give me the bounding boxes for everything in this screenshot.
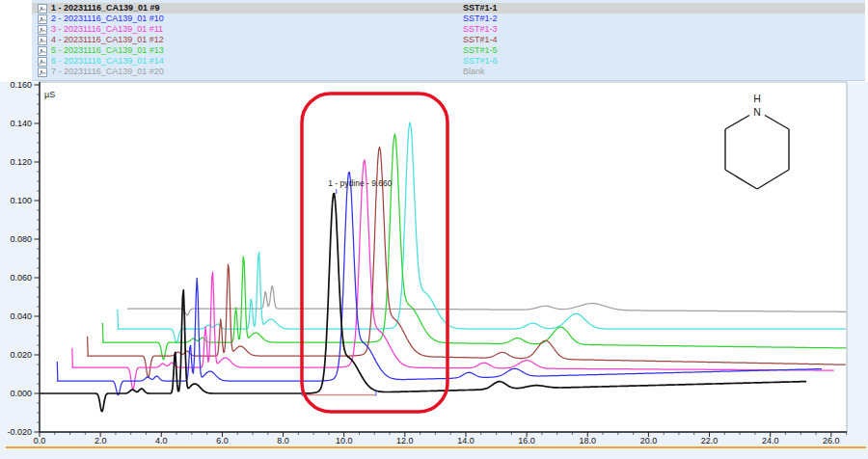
legend-injection-name: 5 - 20231116_CA139_01 #13	[51, 45, 164, 56]
x-tick-label: 0.0	[34, 436, 46, 446]
legend-sample-name: SST#1-4	[463, 35, 498, 45]
legend-injection-name: 1 - 20231116_CA139_01 #9	[51, 3, 160, 14]
legend-row-1[interactable]: 1 - 20231116_CA139_01 #9SST#1-1	[32, 3, 865, 14]
chromatogram-icon	[38, 25, 47, 35]
y-tick-label: 0.120	[10, 157, 32, 167]
legend-sample-name: SST#1-3	[463, 24, 498, 35]
legend-injection-name: 4 - 20231116_CA139_01 #12	[51, 35, 164, 45]
legend-row-3[interactable]: 3 - 20231116_CA139_01 #11SST#1-3	[32, 24, 865, 35]
x-tick-label: 20.0	[640, 436, 658, 446]
chromatogram-icon	[38, 46, 47, 56]
legend-injection-name: 7 - 20231116_CA139_01 #20	[51, 67, 164, 77]
x-tick-label: 12.0	[396, 436, 414, 446]
legend-injection-name: 2 - 20231116_CA139_01 #10	[51, 14, 164, 24]
chromatogram-icon	[38, 68, 47, 77]
x-tick-label: 22.0	[701, 436, 719, 446]
y-tick-label: 0.160	[10, 80, 32, 90]
y-tick-label: 0.000	[10, 389, 32, 398]
legend-injection-name: 3 - 20231116_CA139_01 #11	[51, 24, 163, 35]
y-tick-label: 0.060	[10, 273, 32, 283]
legend-sample-name: SST#1-2	[463, 14, 498, 24]
chromatogram-icon	[38, 36, 47, 45]
x-tick-label: 24.0	[762, 436, 779, 446]
chromatogram-icon	[38, 46, 47, 56]
legend-row-2[interactable]: 2 - 20231116_CA139_01 #10SST#1-2	[32, 14, 865, 24]
chromatogram-icon	[38, 25, 47, 35]
hydrogen-atom-label: H	[753, 93, 761, 104]
y-tick-label: 0.040	[10, 311, 32, 321]
peak-label: 1 - pydine - 9.660	[328, 178, 392, 188]
legend-sample-name: Blank	[463, 67, 485, 77]
legend-injection-name: 6 - 20231116_CA139_01 #14	[51, 56, 164, 67]
chromatogram-icon	[38, 36, 47, 45]
x-tick-label: 8.0	[277, 436, 289, 446]
legend-sample-name: SST#1-5	[463, 45, 498, 56]
y-axis-unit-label: µS	[44, 90, 55, 99]
legend-row-7[interactable]: 7 - 20231116_CA139_01 #20Blank	[32, 67, 865, 77]
legend-sample-name: SST#1-1	[463, 3, 498, 14]
y-tick-label: 0.020	[10, 350, 32, 360]
x-tick-label: 16.0	[518, 436, 535, 446]
chromatogram-icon	[38, 4, 47, 14]
legend-row-5[interactable]: 5 - 20231116_CA139_01 #13SST#1-5	[32, 45, 865, 56]
legend-row-6[interactable]: 6 - 20231116_CA139_01 #14SST#1-6	[32, 56, 865, 67]
chromatogram-icon	[38, 57, 47, 67]
y-tick-label: 0.080	[10, 234, 32, 244]
chromatogram-icon	[38, 14, 47, 24]
x-tick-label: 18.0	[579, 436, 596, 446]
y-tick-label: 0.100	[10, 196, 32, 205]
chromatogram-icon	[38, 68, 47, 77]
legend-sample-name: SST#1-6	[463, 56, 498, 67]
nitrogen-atom-label: N	[753, 106, 761, 118]
chromatogram-icon	[38, 4, 47, 14]
x-tick-label: 10.0	[336, 436, 353, 446]
chromatography-window: -0.0200.0000.0200.0400.0600.0800.1000.12…	[0, 0, 868, 459]
y-tick-label: 0.140	[10, 119, 32, 128]
x-tick-label: 26.0	[823, 436, 840, 446]
x-tick-label: 14.0	[457, 436, 475, 446]
injection-legend: 1 - 20231116_CA139_01 #9SST#1-12 - 20231…	[32, 0, 865, 81]
y-tick-label: -0.020	[7, 427, 32, 437]
chromatogram-icon	[38, 57, 47, 67]
x-tick-label: 6.0	[216, 436, 229, 446]
x-tick-label: 2.0	[95, 436, 107, 446]
legend-row-4[interactable]: 4 - 20231116_CA139_01 #12SST#1-4	[32, 35, 865, 45]
x-tick-label: 4.0	[155, 436, 168, 446]
chromatogram-icon	[38, 14, 47, 24]
